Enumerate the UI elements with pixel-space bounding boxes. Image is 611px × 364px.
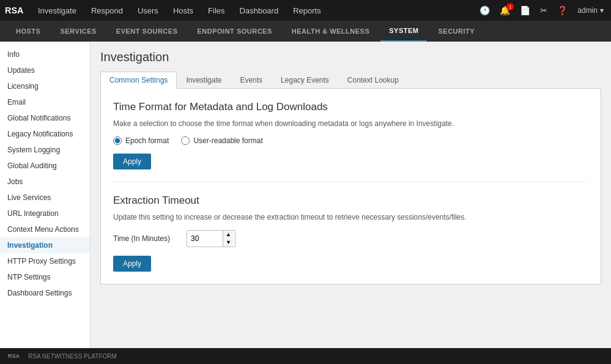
notification-icon[interactable]: 🔔 1 bbox=[497, 4, 513, 17]
nav-reports[interactable]: Reports bbox=[286, 0, 328, 21]
timeout-field-label: Time (In Minutes) bbox=[113, 234, 180, 243]
sidebar-item-global-notifications[interactable]: Global Notifications bbox=[0, 110, 90, 126]
sidebar-item-legacy-notifications[interactable]: Legacy Notifications bbox=[0, 126, 90, 142]
nav-services-sub[interactable]: SERVICES bbox=[51, 21, 105, 42]
sidebar-item-email[interactable]: Email bbox=[0, 94, 90, 110]
nav-dashboard[interactable]: Dashboard bbox=[232, 0, 286, 21]
clock-icon[interactable]: 🕐 bbox=[477, 4, 492, 17]
time-format-apply-button[interactable]: Apply bbox=[113, 154, 151, 169]
chevron-down-icon: ▾ bbox=[600, 6, 604, 15]
tab-legacy-events[interactable]: Legacy Events bbox=[272, 72, 338, 88]
top-navigation: RSA Investigate Respond Users Hosts File… bbox=[0, 0, 611, 21]
timeout-field-row: Time (In Minutes) ▲ ▼ bbox=[113, 230, 588, 247]
help-icon[interactable]: ❓ bbox=[555, 4, 570, 17]
sidebar-item-ntp-settings[interactable]: NTP Settings bbox=[0, 269, 90, 285]
epoch-format-option[interactable]: Epoch format bbox=[113, 136, 169, 145]
time-format-desc: Make a selection to choose the time form… bbox=[113, 119, 588, 128]
nav-endpoint-sources-sub[interactable]: ENDPOINT SOURCES bbox=[188, 21, 280, 42]
tab-events[interactable]: Events bbox=[231, 72, 272, 88]
notification-badge: 1 bbox=[506, 3, 514, 10]
timeout-spinner: ▲ ▼ bbox=[223, 231, 234, 247]
settings-panel: Time Format for Metadata and Log Downloa… bbox=[100, 89, 601, 284]
nav-files[interactable]: Files bbox=[201, 0, 232, 21]
epoch-format-radio[interactable] bbox=[113, 136, 122, 145]
nav-users[interactable]: Users bbox=[130, 0, 166, 21]
timeout-input-wrap: ▲ ▼ bbox=[187, 230, 235, 247]
timeout-decrement[interactable]: ▼ bbox=[223, 239, 234, 247]
extraction-timeout-title: Extraction Timeout bbox=[113, 195, 588, 207]
time-format-title: Time Format for Metadata and Log Downloa… bbox=[113, 101, 588, 113]
sidebar-item-licensing[interactable]: Licensing bbox=[0, 78, 90, 94]
timeout-increment[interactable]: ▲ bbox=[223, 231, 234, 239]
epoch-format-label: Epoch format bbox=[125, 136, 169, 145]
nav-investigate[interactable]: Investigate bbox=[31, 0, 84, 21]
nav-hosts-sub[interactable]: HOSTS bbox=[7, 21, 49, 42]
tab-bar: Common Settings Investigate Events Legac… bbox=[100, 72, 601, 89]
user-readable-option[interactable]: User-readable format bbox=[181, 136, 262, 145]
sidebar-item-dashboard-settings[interactable]: Dashboard Settings bbox=[0, 285, 90, 301]
svg-text:RSA: RSA bbox=[8, 353, 20, 359]
sidebar-item-url-integration[interactable]: URL Integration bbox=[0, 206, 90, 221]
admin-menu[interactable]: admin ▾ bbox=[575, 5, 606, 16]
timeout-input[interactable] bbox=[187, 232, 223, 245]
content-area: Investigation Common Settings Investigat… bbox=[91, 42, 611, 348]
sidebar: Info Updates Licensing Email Global Noti… bbox=[0, 42, 91, 348]
tab-common-settings[interactable]: Common Settings bbox=[100, 72, 177, 89]
extraction-timeout-desc: Update this setting to increase or decre… bbox=[113, 213, 588, 221]
sidebar-item-info[interactable]: Info bbox=[0, 46, 90, 62]
bottom-bar: RSA RSA NETWITNESS PLATFORM bbox=[0, 348, 611, 364]
bottom-bar-label: RSA NETWITNESS PLATFORM bbox=[28, 353, 117, 360]
page-title: Investigation bbox=[100, 50, 601, 64]
sidebar-item-investigation[interactable]: Investigation bbox=[0, 237, 90, 253]
tab-context-lookup[interactable]: Context Lookup bbox=[338, 72, 408, 88]
main-layout: Info Updates Licensing Email Global Noti… bbox=[0, 42, 611, 348]
document-icon[interactable]: 📄 bbox=[517, 4, 533, 17]
user-readable-label: User-readable format bbox=[193, 136, 262, 145]
second-navigation: HOSTS SERVICES EVENT SOURCES ENDPOINT SO… bbox=[0, 21, 611, 42]
tools-icon[interactable]: ✂ bbox=[538, 4, 550, 17]
svg-text:RSA: RSA bbox=[5, 6, 24, 15]
nav-event-sources-sub[interactable]: EVENT SOURCES bbox=[108, 21, 187, 42]
section-divider bbox=[113, 182, 588, 182]
sidebar-item-live-services[interactable]: Live Services bbox=[0, 190, 90, 206]
nav-health-wellness-sub[interactable]: HEALTH & WELLNESS bbox=[283, 21, 378, 42]
sidebar-item-jobs[interactable]: Jobs bbox=[0, 174, 90, 190]
nav-respond[interactable]: Respond bbox=[84, 0, 130, 21]
tab-investigate[interactable]: Investigate bbox=[177, 72, 231, 88]
nav-system-sub[interactable]: SYSTEM bbox=[380, 21, 427, 42]
bottom-rsa-logo: RSA RSA NETWITNESS PLATFORM bbox=[7, 351, 117, 361]
nav-security-sub[interactable]: SECURITY bbox=[429, 21, 483, 42]
time-format-radio-group: Epoch format User-readable format bbox=[113, 136, 588, 145]
user-readable-radio[interactable] bbox=[181, 136, 190, 145]
extraction-timeout-apply-button[interactable]: Apply bbox=[113, 256, 151, 272]
sidebar-item-context-menu-actions[interactable]: Context Menu Actions bbox=[0, 221, 90, 237]
nav-hosts[interactable]: Hosts bbox=[166, 0, 201, 21]
top-nav-right: 🕐 🔔 1 📄 ✂ ❓ admin ▾ bbox=[477, 4, 606, 17]
sidebar-item-global-auditing[interactable]: Global Auditing bbox=[0, 158, 90, 174]
top-nav-items: Investigate Respond Users Hosts Files Da… bbox=[31, 0, 477, 21]
sidebar-item-system-logging[interactable]: System Logging bbox=[0, 142, 90, 158]
sidebar-item-updates[interactable]: Updates bbox=[0, 62, 90, 78]
rsa-logo: RSA bbox=[5, 4, 24, 17]
sidebar-item-http-proxy[interactable]: HTTP Proxy Settings bbox=[0, 253, 90, 269]
